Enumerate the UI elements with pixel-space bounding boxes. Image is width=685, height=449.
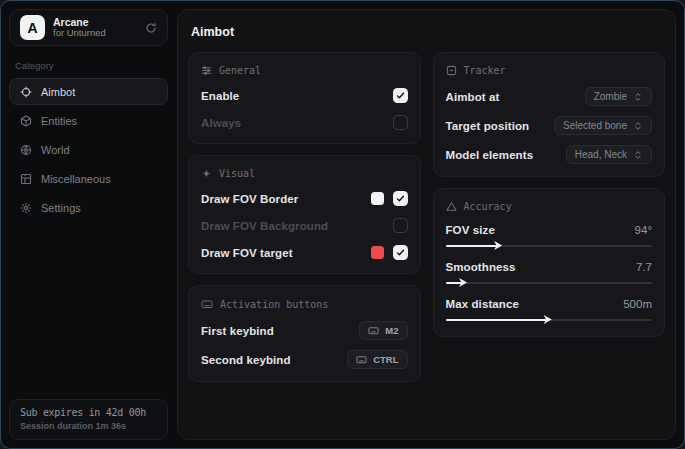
keyboard-icon — [201, 298, 213, 310]
section-title: Visual — [219, 168, 255, 179]
slider-thumb[interactable] — [494, 241, 502, 250]
fov-border-checkbox[interactable] — [393, 191, 408, 206]
subscription-status-card: Sub expires in 42d 00h Session duration … — [9, 399, 168, 440]
setting-label: Target position — [446, 120, 530, 132]
fov-size-slider[interactable] — [446, 241, 653, 250]
fov-target-color-swatch[interactable] — [371, 246, 384, 259]
session-duration-text: Session duration 1m 36s — [20, 421, 157, 431]
tracker-card: Tracker Aimbot at Zombie Target position — [433, 52, 666, 177]
smoothness-setting: Smoothness 7.7 — [446, 261, 653, 287]
sidebar: A Arcane for Unturned Category Aimbot — [1, 1, 176, 448]
setting-label: Max distance — [446, 298, 519, 310]
section-title: Accuracy — [464, 201, 512, 212]
grid-icon — [20, 173, 32, 185]
general-card: General Enable Always — [188, 52, 421, 144]
sidebar-item-world[interactable]: World — [9, 136, 168, 163]
section-title: General — [219, 65, 261, 76]
right-column: Tracker Aimbot at Zombie Target position — [433, 52, 666, 337]
keybind-value: CTRL — [373, 354, 398, 365]
setting-label: Aimbot at — [446, 91, 500, 103]
always-checkbox[interactable] — [393, 115, 408, 130]
setting-row-model-elements: Model elements Head, Neck — [446, 145, 653, 164]
setting-label: Model elements — [446, 149, 534, 161]
setting-row-second-keybind: Second keybind CTRL — [201, 350, 408, 369]
setting-label: Enable — [201, 90, 239, 102]
smoothness-slider[interactable] — [446, 278, 653, 287]
fov-size-value: 94° — [635, 224, 652, 236]
tracker-icon — [446, 65, 457, 76]
brand-card: A Arcane for Unturned — [9, 9, 168, 46]
page-title: Aimbot — [191, 25, 665, 39]
setting-row-fov-target: Draw FOV target — [201, 244, 408, 261]
setting-row-first-keybind: First keybind M2 — [201, 321, 408, 340]
sidebar-item-miscellaneous[interactable]: Miscellaneous — [9, 165, 168, 192]
left-column: General Enable Always — [188, 52, 421, 382]
max-distance-slider[interactable] — [446, 315, 653, 324]
fov-size-setting: FOV size 94° — [446, 224, 653, 250]
chevron-up-down-icon — [633, 121, 643, 131]
category-label: Category — [15, 60, 162, 71]
setting-row-fov-border: Draw FOV Border — [201, 190, 408, 207]
setting-label: First keybind — [201, 325, 274, 337]
second-keybind-button[interactable]: CTRL — [347, 350, 407, 369]
sidebar-item-aimbot[interactable]: Aimbot — [9, 78, 168, 105]
refresh-icon[interactable] — [145, 22, 157, 34]
app-logo: A — [20, 15, 45, 40]
max-distance-value: 500m — [623, 298, 652, 310]
keyboard-icon — [356, 354, 367, 365]
max-distance-setting: Max distance 500m — [446, 298, 653, 324]
sparkle-icon — [201, 168, 212, 179]
setting-label: Draw FOV target — [201, 247, 293, 259]
accuracy-card: Accuracy FOV size 94° — [433, 188, 666, 337]
setting-label: Draw FOV Border — [201, 193, 298, 205]
sidebar-item-label: World — [41, 144, 70, 156]
section-title: Tracker — [464, 65, 506, 76]
section-title: Activation buttons — [220, 299, 328, 310]
setting-row-target-position: Target position Selected bone — [446, 116, 653, 135]
fov-background-checkbox[interactable] — [393, 218, 408, 233]
first-keybind-button[interactable]: M2 — [359, 321, 407, 340]
sidebar-item-label: Settings — [41, 202, 81, 214]
app-subtitle: for Unturned — [53, 28, 106, 39]
setting-row-fov-background: Draw FOV Background — [201, 217, 408, 234]
model-elements-dropdown[interactable]: Head, Neck — [566, 145, 652, 164]
setting-row-aimbot-at: Aimbot at Zombie — [446, 87, 653, 106]
setting-label: Always — [201, 117, 241, 129]
sidebar-item-entities[interactable]: Entities — [9, 107, 168, 134]
dropdown-value: Zombie — [594, 91, 627, 102]
setting-label: Smoothness — [446, 261, 516, 273]
aimbot-at-dropdown[interactable]: Zombie — [585, 87, 652, 106]
main-panel: Aimbot General Enable — [177, 9, 676, 440]
gear-icon — [20, 202, 32, 214]
triangle-icon — [446, 201, 457, 212]
sidebar-item-label: Aimbot — [41, 86, 75, 98]
setting-label: Second keybind — [201, 354, 291, 366]
globe-icon — [20, 144, 32, 156]
dropdown-value: Selected bone — [563, 120, 627, 131]
visual-card: Visual Draw FOV Border Draw FOV Backgrou… — [188, 155, 421, 274]
target-position-dropdown[interactable]: Selected bone — [554, 116, 652, 135]
sidebar-item-settings[interactable]: Settings — [9, 194, 168, 221]
cube-icon — [20, 115, 32, 127]
slider-thumb[interactable] — [544, 315, 552, 324]
sliders-icon — [201, 65, 212, 76]
app-window: A Arcane for Unturned Category Aimbot — [0, 0, 685, 449]
sidebar-nav: Aimbot Entities World — [9, 78, 168, 221]
sidebar-item-label: Miscellaneous — [41, 173, 111, 185]
enable-checkbox[interactable] — [393, 88, 408, 103]
fov-target-checkbox[interactable] — [393, 245, 408, 260]
keyboard-icon — [368, 325, 379, 336]
fov-border-color-swatch[interactable] — [371, 192, 384, 205]
setting-row-enable: Enable — [201, 87, 408, 104]
slider-thumb[interactable] — [459, 278, 467, 287]
setting-label: FOV size — [446, 224, 495, 236]
chevron-up-down-icon — [633, 150, 643, 160]
chevron-up-down-icon — [633, 92, 643, 102]
sidebar-item-label: Entities — [41, 115, 77, 127]
setting-label: Draw FOV Background — [201, 220, 328, 232]
sub-expiry-text: Sub expires in 42d 00h — [20, 407, 157, 418]
setting-row-always: Always — [201, 114, 408, 131]
keybind-value: M2 — [385, 325, 398, 336]
dropdown-value: Head, Neck — [575, 149, 627, 160]
crosshair-icon — [20, 86, 32, 98]
